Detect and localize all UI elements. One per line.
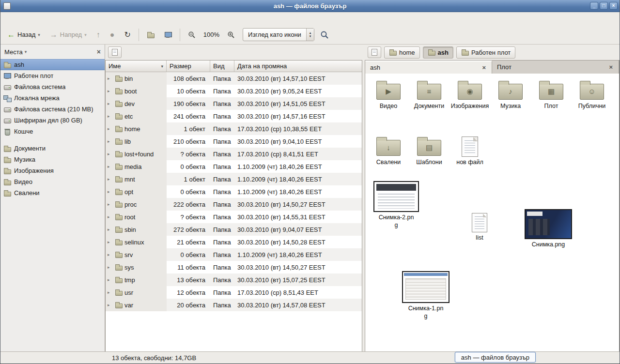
- reload-button[interactable]: ↻: [120, 28, 134, 42]
- breadcrumb-button[interactable]: Работен плот: [456, 46, 515, 59]
- zoom-in-button[interactable]: [223, 28, 239, 42]
- table-row[interactable]: ▸ boot 10 обекта Папка 30.03.2010 (вт) 9…: [106, 85, 362, 97]
- menu-item[interactable]: [13, 17, 22, 20]
- sidebar-bookmark-item[interactable]: Музика: [0, 154, 105, 165]
- table-row[interactable]: ▸ lib 210 обекта Папка 30.03.2010 (вт) 9…: [106, 135, 362, 148]
- table-row[interactable]: ▸ root ? обекта Папка 30.03.2010 (вт) 14…: [106, 211, 362, 223]
- file-item[interactable]: Снимка-2.png: [370, 181, 422, 229]
- computer-button[interactable]: [160, 28, 176, 42]
- expander-icon[interactable]: ▸: [108, 152, 113, 156]
- up-button[interactable]: ↑: [93, 28, 104, 42]
- back-button[interactable]: ← Назад ▾: [3, 28, 44, 42]
- sidebar-item[interactable]: Файлова система (210 MB): [0, 104, 105, 115]
- close-button[interactable]: ×: [609, 2, 618, 10]
- sidebar-bookmark-item[interactable]: Документи: [0, 143, 105, 154]
- expander-icon[interactable]: ▸: [108, 202, 113, 207]
- taskbar-window-button[interactable]: ash — файлов браузър: [455, 352, 536, 363]
- sidebar-item[interactable]: ash: [0, 59, 105, 70]
- menu-item[interactable]: [42, 17, 51, 20]
- expander-icon[interactable]: ▸: [108, 114, 113, 119]
- expander-icon[interactable]: ▸: [108, 177, 113, 182]
- expander-icon[interactable]: ▸: [108, 277, 113, 282]
- expander-icon[interactable]: ▸: [108, 139, 113, 144]
- table-row[interactable]: ▸ mnt 1 обект Папка 1.10.2009 (чт) 18,40…: [106, 173, 362, 185]
- folder-item[interactable]: ☺ Публични: [572, 79, 612, 110]
- expander-icon[interactable]: ▸: [108, 126, 113, 131]
- table-row[interactable]: ▸ usr 12 обекта Папка 17.03.2010 (ср) 8,…: [106, 286, 362, 299]
- table-row[interactable]: ▸ home 1 обект Папка 17.03.2010 (ср) 10,…: [106, 122, 362, 135]
- table-row[interactable]: ▸ sbin 272 обекта Папка 30.03.2010 (вт) …: [106, 223, 362, 236]
- expander-icon[interactable]: ▸: [108, 89, 113, 93]
- file-item[interactable]: list: [462, 213, 497, 242]
- expander-icon[interactable]: ▸: [108, 265, 113, 270]
- menu-item[interactable]: [32, 17, 41, 20]
- table-row[interactable]: ▸ selinux 21 обекта Папка 30.03.2010 (вт…: [106, 236, 362, 248]
- table-row[interactable]: ▸ lost+found ? обекта Папка 17.03.2010 (…: [106, 148, 362, 160]
- breadcrumb-root-button[interactable]: [368, 46, 381, 58]
- folder-item[interactable]: ▤ Шаблони: [409, 136, 450, 167]
- file-item[interactable]: Снимка.png: [519, 209, 577, 249]
- search-button[interactable]: [316, 28, 333, 42]
- menu-item[interactable]: [3, 17, 12, 20]
- table-row[interactable]: ▸ sys 11 обекта Папка 30.03.2010 (вт) 14…: [106, 261, 362, 273]
- home-button[interactable]: [143, 28, 158, 42]
- breadcrumb-button[interactable]: ash: [423, 46, 453, 59]
- spinner-icon[interactable]: ▴▾: [306, 29, 314, 41]
- tab[interactable]: ash ×: [365, 61, 492, 74]
- menu-item[interactable]: [23, 17, 31, 20]
- sidebar-item[interactable]: Локална мрежа: [0, 92, 105, 104]
- table-row[interactable]: ▸ media 0 обекта Папка 1.10.2009 (чт) 18…: [106, 160, 362, 173]
- tab-close-button[interactable]: ×: [481, 64, 487, 71]
- table-row[interactable]: ▸ srv 0 обекта Папка 1.10.2009 (чт) 18,4…: [106, 248, 362, 261]
- expander-icon[interactable]: ▸: [108, 290, 113, 295]
- table-row[interactable]: ▸ opt 0 обекта Папка 1.10.2009 (чт) 18,4…: [106, 185, 362, 198]
- tab[interactable]: Плот ×: [492, 61, 619, 74]
- sidebar-close-button[interactable]: ×: [97, 48, 101, 56]
- sidebar-item[interactable]: Работен плот: [0, 70, 105, 81]
- sidebar-bookmark-item[interactable]: Изображения: [0, 165, 105, 176]
- titlebar[interactable]: ash — файлов браузър _ □ ×: [0, 0, 620, 12]
- expander-icon[interactable]: ▸: [108, 252, 113, 257]
- sidebar-item[interactable]: Кошче: [0, 126, 105, 137]
- forward-button[interactable]: → Напред ▾: [46, 28, 91, 42]
- table-row[interactable]: ▸ etc 241 обекта Папка 30.03.2010 (вт) 1…: [106, 110, 362, 122]
- file-item[interactable]: Снимка-1.png: [399, 271, 452, 320]
- tab-close-button[interactable]: ×: [608, 63, 614, 71]
- folder-item[interactable]: ▦ Плот: [531, 79, 572, 110]
- folder-item[interactable]: ♪ Музика: [490, 79, 531, 110]
- sidebar-item[interactable]: Шифриран дял (80 GB): [0, 115, 105, 126]
- expander-icon[interactable]: ▸: [108, 214, 113, 219]
- expander-icon[interactable]: ▸: [108, 227, 113, 232]
- column-header-size[interactable]: Размер: [167, 61, 210, 72]
- column-header-type[interactable]: Вид: [210, 61, 234, 72]
- view-mode-select[interactable]: Изглед като икони ▴▾: [243, 28, 314, 41]
- folder-item[interactable]: ▶ Видео: [368, 79, 409, 110]
- table-row[interactable]: ▸ proc 222 обекта Папка 30.03.2010 (вт) …: [106, 198, 362, 211]
- column-header-date[interactable]: Дата на промяна: [234, 61, 362, 72]
- table-row[interactable]: ▸ var 20 обекта Папка 30.03.2010 (вт) 14…: [106, 299, 362, 311]
- expander-icon[interactable]: ▸: [108, 189, 113, 194]
- location-button[interactable]: [108, 46, 122, 58]
- expander-icon[interactable]: ▸: [108, 240, 113, 244]
- expander-icon[interactable]: ▸: [108, 164, 113, 169]
- icon-view[interactable]: ▶ Видео ≡ Документи ◉ Изображения ♪ Музи…: [365, 74, 620, 351]
- sidebar-bookmark-item[interactable]: Свалени: [0, 187, 105, 198]
- column-header-name[interactable]: Име ▾: [106, 61, 167, 72]
- expander-icon[interactable]: ▸: [108, 101, 113, 106]
- menu-item[interactable]: [52, 17, 61, 20]
- folder-item[interactable]: ≡ Документи: [409, 79, 450, 110]
- expander-icon[interactable]: ▸: [108, 303, 113, 307]
- folder-item[interactable]: ↓ Свалени: [368, 136, 409, 167]
- folder-item[interactable]: нов файл: [450, 136, 490, 167]
- sidebar-title[interactable]: Места: [4, 48, 23, 56]
- maximize-button[interactable]: □: [600, 2, 608, 10]
- stop-button[interactable]: ●: [106, 28, 119, 42]
- sidebar-item[interactable]: Файлова система: [0, 81, 105, 92]
- breadcrumb-button[interactable]: home: [384, 46, 420, 59]
- zoom-out-button[interactable]: [184, 28, 200, 42]
- table-row[interactable]: ▸ tmp 13 обекта Папка 30.03.2010 (вт) 15…: [106, 273, 362, 286]
- table-row[interactable]: ▸ dev 190 обекта Папка 30.03.2010 (вт) 1…: [106, 97, 362, 110]
- minimize-button[interactable]: _: [590, 2, 598, 10]
- sidebar-bookmark-item[interactable]: Видео: [0, 176, 105, 187]
- expander-icon[interactable]: ▸: [108, 76, 113, 81]
